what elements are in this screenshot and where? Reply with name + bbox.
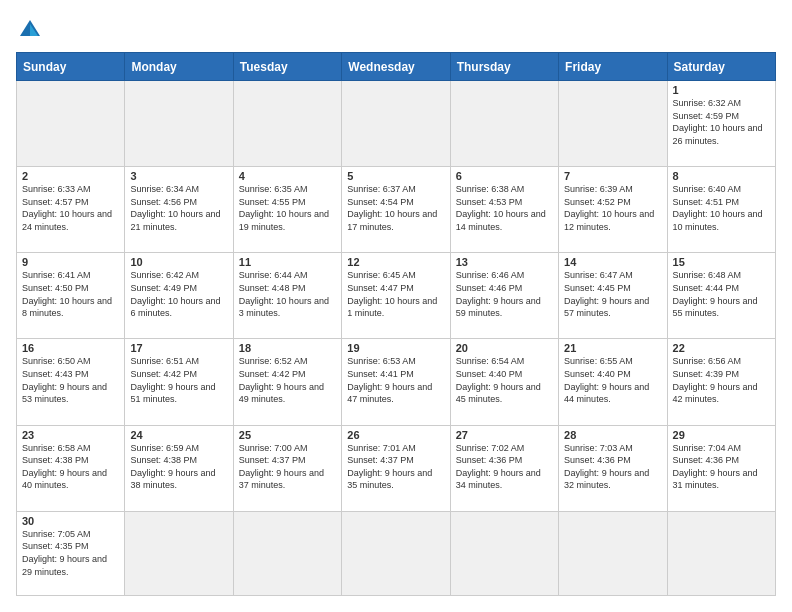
calendar-cell: 24Sunrise: 6:59 AMSunset: 4:38 PMDayligh… bbox=[125, 425, 233, 511]
day-info: Sunrise: 7:00 AMSunset: 4:37 PMDaylight:… bbox=[239, 442, 336, 492]
day-info: Sunrise: 6:45 AMSunset: 4:47 PMDaylight:… bbox=[347, 269, 444, 319]
day-number: 4 bbox=[239, 170, 336, 182]
weekday-header-monday: Monday bbox=[125, 53, 233, 81]
day-number: 20 bbox=[456, 342, 553, 354]
day-info: Sunrise: 6:41 AMSunset: 4:50 PMDaylight:… bbox=[22, 269, 119, 319]
calendar-cell: 17Sunrise: 6:51 AMSunset: 4:42 PMDayligh… bbox=[125, 339, 233, 425]
day-number: 27 bbox=[456, 429, 553, 441]
calendar-week-2: 9Sunrise: 6:41 AMSunset: 4:50 PMDaylight… bbox=[17, 253, 776, 339]
day-number: 6 bbox=[456, 170, 553, 182]
day-number: 18 bbox=[239, 342, 336, 354]
day-info: Sunrise: 6:59 AMSunset: 4:38 PMDaylight:… bbox=[130, 442, 227, 492]
day-number: 22 bbox=[673, 342, 770, 354]
day-number: 12 bbox=[347, 256, 444, 268]
weekday-header-saturday: Saturday bbox=[667, 53, 775, 81]
day-info: Sunrise: 7:05 AMSunset: 4:35 PMDaylight:… bbox=[22, 528, 119, 578]
day-info: Sunrise: 6:58 AMSunset: 4:38 PMDaylight:… bbox=[22, 442, 119, 492]
day-info: Sunrise: 6:48 AMSunset: 4:44 PMDaylight:… bbox=[673, 269, 770, 319]
day-info: Sunrise: 6:42 AMSunset: 4:49 PMDaylight:… bbox=[130, 269, 227, 319]
day-number: 8 bbox=[673, 170, 770, 182]
day-info: Sunrise: 6:33 AMSunset: 4:57 PMDaylight:… bbox=[22, 183, 119, 233]
calendar-cell: 27Sunrise: 7:02 AMSunset: 4:36 PMDayligh… bbox=[450, 425, 558, 511]
day-number: 14 bbox=[564, 256, 661, 268]
calendar-cell: 15Sunrise: 6:48 AMSunset: 4:44 PMDayligh… bbox=[667, 253, 775, 339]
day-number: 17 bbox=[130, 342, 227, 354]
day-info: Sunrise: 7:03 AMSunset: 4:36 PMDaylight:… bbox=[564, 442, 661, 492]
weekday-header-row: SundayMondayTuesdayWednesdayThursdayFrid… bbox=[17, 53, 776, 81]
day-number: 16 bbox=[22, 342, 119, 354]
calendar-cell: 21Sunrise: 6:55 AMSunset: 4:40 PMDayligh… bbox=[559, 339, 667, 425]
weekday-header-thursday: Thursday bbox=[450, 53, 558, 81]
day-info: Sunrise: 6:35 AMSunset: 4:55 PMDaylight:… bbox=[239, 183, 336, 233]
calendar-week-3: 16Sunrise: 6:50 AMSunset: 4:43 PMDayligh… bbox=[17, 339, 776, 425]
day-info: Sunrise: 6:32 AMSunset: 4:59 PMDaylight:… bbox=[673, 97, 770, 147]
weekday-header-sunday: Sunday bbox=[17, 53, 125, 81]
calendar-cell bbox=[450, 511, 558, 595]
calendar-cell: 23Sunrise: 6:58 AMSunset: 4:38 PMDayligh… bbox=[17, 425, 125, 511]
day-info: Sunrise: 6:37 AMSunset: 4:54 PMDaylight:… bbox=[347, 183, 444, 233]
calendar-table: SundayMondayTuesdayWednesdayThursdayFrid… bbox=[16, 52, 776, 596]
day-info: Sunrise: 7:04 AMSunset: 4:36 PMDaylight:… bbox=[673, 442, 770, 492]
day-info: Sunrise: 6:46 AMSunset: 4:46 PMDaylight:… bbox=[456, 269, 553, 319]
calendar-cell: 19Sunrise: 6:53 AMSunset: 4:41 PMDayligh… bbox=[342, 339, 450, 425]
day-number: 15 bbox=[673, 256, 770, 268]
day-info: Sunrise: 6:47 AMSunset: 4:45 PMDaylight:… bbox=[564, 269, 661, 319]
day-number: 26 bbox=[347, 429, 444, 441]
calendar-cell bbox=[233, 81, 341, 167]
day-number: 5 bbox=[347, 170, 444, 182]
calendar-week-4: 23Sunrise: 6:58 AMSunset: 4:38 PMDayligh… bbox=[17, 425, 776, 511]
calendar-week-5: 30Sunrise: 7:05 AMSunset: 4:35 PMDayligh… bbox=[17, 511, 776, 595]
calendar-cell bbox=[342, 511, 450, 595]
page: SundayMondayTuesdayWednesdayThursdayFrid… bbox=[0, 0, 792, 612]
day-number: 11 bbox=[239, 256, 336, 268]
calendar-cell: 4Sunrise: 6:35 AMSunset: 4:55 PMDaylight… bbox=[233, 167, 341, 253]
day-number: 2 bbox=[22, 170, 119, 182]
day-number: 29 bbox=[673, 429, 770, 441]
calendar-cell: 18Sunrise: 6:52 AMSunset: 4:42 PMDayligh… bbox=[233, 339, 341, 425]
calendar-cell bbox=[450, 81, 558, 167]
calendar-cell bbox=[125, 511, 233, 595]
day-info: Sunrise: 6:54 AMSunset: 4:40 PMDaylight:… bbox=[456, 355, 553, 405]
calendar-cell: 29Sunrise: 7:04 AMSunset: 4:36 PMDayligh… bbox=[667, 425, 775, 511]
day-number: 23 bbox=[22, 429, 119, 441]
calendar-cell: 22Sunrise: 6:56 AMSunset: 4:39 PMDayligh… bbox=[667, 339, 775, 425]
calendar-cell: 6Sunrise: 6:38 AMSunset: 4:53 PMDaylight… bbox=[450, 167, 558, 253]
day-number: 25 bbox=[239, 429, 336, 441]
day-number: 9 bbox=[22, 256, 119, 268]
day-number: 10 bbox=[130, 256, 227, 268]
calendar-cell: 5Sunrise: 6:37 AMSunset: 4:54 PMDaylight… bbox=[342, 167, 450, 253]
day-number: 7 bbox=[564, 170, 661, 182]
day-info: Sunrise: 6:38 AMSunset: 4:53 PMDaylight:… bbox=[456, 183, 553, 233]
calendar-cell bbox=[342, 81, 450, 167]
header bbox=[16, 16, 776, 44]
day-number: 3 bbox=[130, 170, 227, 182]
day-number: 13 bbox=[456, 256, 553, 268]
day-info: Sunrise: 6:55 AMSunset: 4:40 PMDaylight:… bbox=[564, 355, 661, 405]
day-info: Sunrise: 6:39 AMSunset: 4:52 PMDaylight:… bbox=[564, 183, 661, 233]
logo-icon bbox=[16, 16, 44, 44]
day-info: Sunrise: 6:52 AMSunset: 4:42 PMDaylight:… bbox=[239, 355, 336, 405]
day-info: Sunrise: 6:44 AMSunset: 4:48 PMDaylight:… bbox=[239, 269, 336, 319]
day-info: Sunrise: 6:50 AMSunset: 4:43 PMDaylight:… bbox=[22, 355, 119, 405]
calendar-cell: 14Sunrise: 6:47 AMSunset: 4:45 PMDayligh… bbox=[559, 253, 667, 339]
calendar-cell bbox=[667, 511, 775, 595]
calendar-cell: 9Sunrise: 6:41 AMSunset: 4:50 PMDaylight… bbox=[17, 253, 125, 339]
calendar-cell: 12Sunrise: 6:45 AMSunset: 4:47 PMDayligh… bbox=[342, 253, 450, 339]
calendar-cell: 25Sunrise: 7:00 AMSunset: 4:37 PMDayligh… bbox=[233, 425, 341, 511]
calendar-cell: 30Sunrise: 7:05 AMSunset: 4:35 PMDayligh… bbox=[17, 511, 125, 595]
calendar-cell: 3Sunrise: 6:34 AMSunset: 4:56 PMDaylight… bbox=[125, 167, 233, 253]
calendar-cell bbox=[125, 81, 233, 167]
day-info: Sunrise: 6:40 AMSunset: 4:51 PMDaylight:… bbox=[673, 183, 770, 233]
calendar-cell bbox=[233, 511, 341, 595]
calendar-cell: 2Sunrise: 6:33 AMSunset: 4:57 PMDaylight… bbox=[17, 167, 125, 253]
calendar-cell: 13Sunrise: 6:46 AMSunset: 4:46 PMDayligh… bbox=[450, 253, 558, 339]
day-number: 24 bbox=[130, 429, 227, 441]
calendar-cell: 1Sunrise: 6:32 AMSunset: 4:59 PMDaylight… bbox=[667, 81, 775, 167]
weekday-header-wednesday: Wednesday bbox=[342, 53, 450, 81]
calendar-week-0: 1Sunrise: 6:32 AMSunset: 4:59 PMDaylight… bbox=[17, 81, 776, 167]
calendar-cell bbox=[559, 511, 667, 595]
day-info: Sunrise: 7:02 AMSunset: 4:36 PMDaylight:… bbox=[456, 442, 553, 492]
day-number: 1 bbox=[673, 84, 770, 96]
calendar-cell: 20Sunrise: 6:54 AMSunset: 4:40 PMDayligh… bbox=[450, 339, 558, 425]
day-number: 21 bbox=[564, 342, 661, 354]
